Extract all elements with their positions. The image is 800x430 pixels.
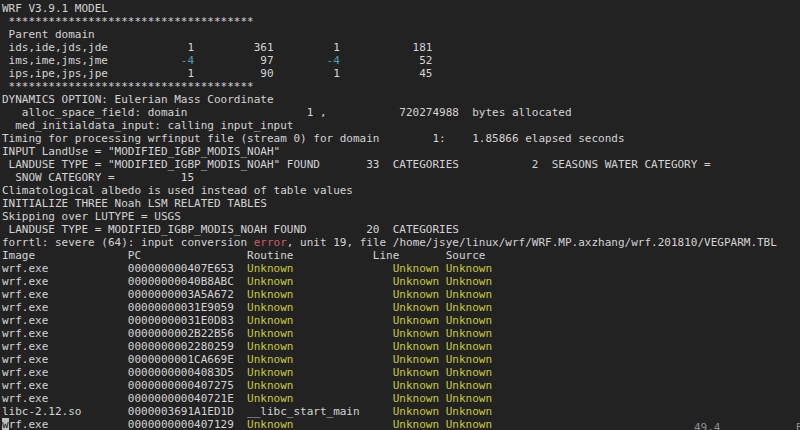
terminal-line: wrf.exe 0000000003A5A672 Unknown Unknown…	[2, 288, 777, 301]
terminal-line: wrf.exe 0000000002280259 Unknown Unknown…	[2, 340, 777, 353]
terminal-line: ips,ipe,jps,jpe 1 90 1 45	[2, 67, 777, 80]
terminal-line: wrf.exe 00000000040B8ABC Unknown Unknown…	[2, 275, 777, 288]
terminal-line: Timing for processing wrfinput file (str…	[2, 132, 777, 145]
terminal-line: *************************************	[2, 15, 777, 28]
terminal-line: wrf.exe 0000000001CA669E Unknown Unknown…	[2, 353, 777, 366]
terminal-line: forrtl: severe (64): input conversion er…	[2, 236, 777, 249]
terminal-line: wrf.exe 0000000002B22B56 Unknown Unknown…	[2, 327, 777, 340]
terminal-line: ims,ime,jms,jme -4 97 -4 52	[2, 54, 777, 67]
terminal-line: alloc_space_field: domain 1 , 720274988 …	[2, 106, 777, 119]
terminal-line: wrf.exe 0000000000407129 Unknown Unknown…	[2, 418, 777, 430]
terminal-line: Image PC Routine Line Source	[2, 249, 777, 262]
terminal-line: WRF V3.9.1 MODEL	[2, 2, 777, 15]
terminal-line: wrf.exe 00000000031E9059 Unknown Unknown…	[2, 301, 777, 314]
terminal-window[interactable]: WRF V3.9.1 MODEL ***********************…	[0, 0, 800, 430]
terminal-line: LANDUSE TYPE = MODIFIED_IGBP_MODIS_NOAH …	[2, 223, 777, 236]
terminal-line: DYNAMICS OPTION: Eulerian Mass Coordinat…	[2, 93, 777, 106]
terminal-line: LANDUSE TYPE = "MODIFIED_IGBP_MODIS_NOAH…	[2, 158, 777, 171]
terminal-line: wrf.exe 0000000000407275 Unknown Unknown…	[2, 379, 777, 392]
terminal-line: wrf.exe 00000000004083D5 Unknown Unknown…	[2, 366, 777, 379]
terminal-line: *************************************	[2, 80, 777, 93]
terminal-line: ids,ide,jds,jde 1 361 1 181	[2, 41, 777, 54]
terminal-output: WRF V3.9.1 MODEL ***********************…	[2, 2, 777, 430]
terminal-line: INITIALIZE THREE Noah LSM RELATED TABLES	[2, 197, 777, 210]
terminal-line: wrf.exe 000000000040721E Unknown Unknown…	[2, 392, 777, 405]
terminal-line: wrf.exe 000000000407E653 Unknown Unknown…	[2, 262, 777, 275]
terminal-line: Climatological albedo is used instead of…	[2, 184, 777, 197]
terminal-line: med_initialdata_input: calling input_inp…	[2, 119, 777, 132]
terminal-line: wrf.exe 00000000031E0D83 Unknown Unknown…	[2, 314, 777, 327]
terminal-line: INPUT LandUse = "MODIFIED_IGBP_MODIS_NOA…	[2, 145, 777, 158]
terminal-line: libc-2.12.so 0000003691A1ED1D __libc_sta…	[2, 405, 777, 418]
terminal-line: Skipping over LUTYPE = USGS	[2, 210, 777, 223]
vim-ruler: 49,4	[694, 421, 721, 430]
vim-scroll-indicator: Bot	[796, 421, 800, 430]
terminal-line: SNOW CATEGORY = 15	[2, 171, 777, 184]
text-cursor: w	[2, 418, 9, 430]
terminal-line: Parent domain	[2, 28, 777, 41]
